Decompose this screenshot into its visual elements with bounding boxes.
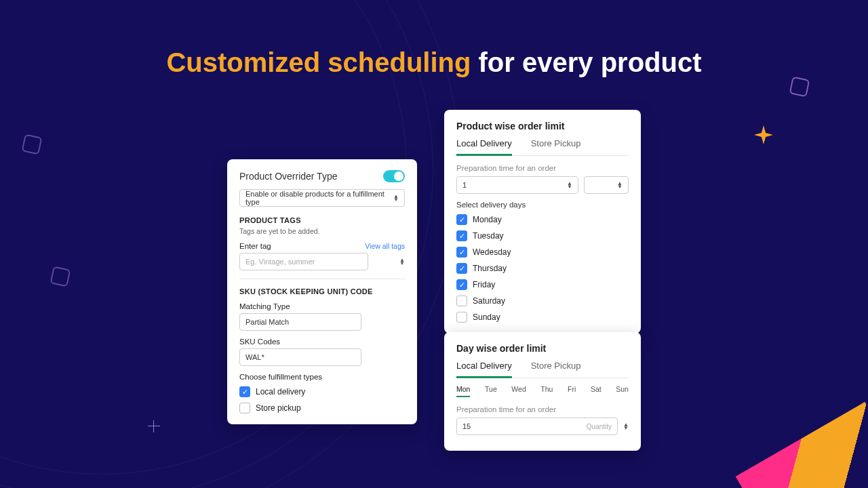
matching-type-input[interactable]: Partial Match (239, 313, 361, 331)
day-label: Tuesday (473, 231, 504, 241)
store-pickup-label: Store pickup (256, 403, 301, 413)
enter-tag-label: Enter tag (239, 242, 271, 250)
overrider-title: Product Overrider Type (239, 171, 337, 182)
face-icon (50, 266, 71, 287)
day-tab[interactable]: Sat (591, 385, 601, 397)
tab-local-delivery[interactable]: Local Delivery (456, 361, 512, 378)
select-days-label: Select delivery days (456, 201, 629, 209)
local-delivery-checkbox[interactable]: ✓ (239, 386, 250, 397)
prep-time-input[interactable]: 15 Quantity (456, 418, 618, 435)
sku-heading: SKU (STOCK KEEPING UNIT) CODE (239, 287, 405, 296)
day-label: Friday (473, 280, 495, 289)
choose-fulfillment-label: Choose fulfillment types (239, 373, 405, 381)
overrider-toggle[interactable] (383, 170, 405, 182)
prep-time-unit-select[interactable]: ▲▼ (584, 176, 629, 194)
stepper-icon: ▲▼ (567, 182, 572, 188)
day-checkbox[interactable]: ✓ (456, 263, 467, 274)
day-label: Sunday (473, 312, 500, 322)
day-label: Monday (473, 215, 502, 224)
face-icon (789, 77, 810, 98)
star-icon (754, 125, 773, 144)
prep-time-label: Preparation time for an order (456, 405, 629, 413)
day-checkbox[interactable] (456, 312, 467, 323)
chevron-updown-icon: ▲▼ (399, 258, 405, 265)
product-overrider-card: Product Overrider Type Enable or disable… (227, 159, 417, 424)
view-all-tags-link[interactable]: View all tags (365, 242, 405, 250)
day-tab[interactable]: Wed (511, 385, 526, 397)
tab-local-delivery[interactable]: Local Delivery (456, 138, 512, 156)
tab-store-pickup[interactable]: Store Pickup (531, 361, 581, 378)
tab-store-pickup[interactable]: Store Pickup (531, 138, 581, 155)
day-checkbox[interactable]: ✓ (456, 230, 467, 241)
day-tab[interactable]: Tue (485, 385, 497, 397)
cursor-crosshair-icon (148, 420, 160, 432)
product-limit-title: Product wise order limit (456, 121, 629, 131)
fulfillment-type-select[interactable]: Enable or disable products for a fulfill… (239, 189, 405, 207)
matching-type-label: Matching Type (239, 302, 405, 310)
day-limit-title: Day wise order limit (456, 343, 629, 354)
day-label: Saturday (473, 296, 505, 306)
day-tab[interactable]: Mon (456, 385, 470, 397)
sku-codes-input[interactable]: WAL* (239, 348, 361, 366)
decorative-stripe (736, 402, 868, 488)
day-checkbox[interactable]: ✓ (456, 214, 467, 225)
day-tab[interactable]: Thu (540, 385, 553, 397)
day-label: Wedesday (473, 247, 511, 257)
stepper-icon[interactable]: ▲▼ (623, 423, 629, 430)
day-tab[interactable]: Sun (616, 385, 629, 397)
day-tab[interactable]: Fri (568, 385, 576, 397)
page-title: Customized scheduling for every product (0, 47, 868, 78)
prep-time-input[interactable]: 1 ▲▼ (456, 176, 578, 194)
tag-input[interactable]: Eg. Vintage, summer (239, 253, 368, 270)
day-checkbox[interactable]: ✓ (456, 247, 467, 258)
chevron-updown-icon: ▲▼ (617, 182, 623, 188)
product-tags-helper: Tags are yet to be added. (239, 227, 405, 235)
sku-codes-label: SKU Codes (239, 338, 405, 346)
face-icon (22, 134, 43, 155)
product-tags-heading: PRODUCT TAGS (239, 216, 405, 224)
day-checkbox[interactable] (456, 296, 467, 306)
day-checkbox[interactable]: ✓ (456, 279, 467, 290)
chevron-updown-icon: ▲▼ (393, 195, 399, 201)
day-label: Thursday (473, 264, 507, 273)
prep-time-label: Preparation time for an order (456, 164, 629, 172)
local-delivery-label: Local delivery (256, 387, 305, 396)
product-limit-card: Product wise order limit Local Delivery … (444, 110, 641, 333)
day-limit-card: Day wise order limit Local Delivery Stor… (444, 332, 641, 451)
store-pickup-checkbox[interactable] (239, 403, 250, 413)
